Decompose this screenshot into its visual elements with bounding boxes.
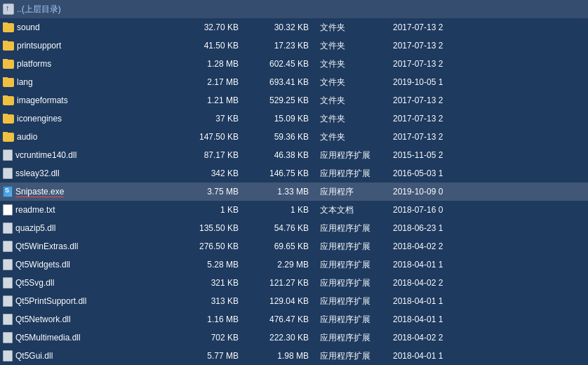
file-row[interactable]: Qt5PrintSupport.dll 313 KB 129.04 KB 应用程… (0, 292, 588, 310)
col-size: 32.70 KB (177, 22, 247, 32)
folder-icon (3, 23, 14, 32)
folder-icon (3, 133, 14, 142)
col-type: 文件夹 (317, 77, 387, 88)
col-size2: 46.38 KB (247, 150, 317, 160)
col-name: iconengines (3, 114, 177, 124)
col-name: sound (3, 22, 177, 32)
col-type: 应用程序扩展 (317, 277, 387, 289)
file-row[interactable]: Qt5Svg.dll 321 KB 121.27 KB 应用程序扩展 2018-… (0, 274, 588, 292)
col-name: Qt5Gui.dll (3, 350, 177, 361)
col-size: 135.50 KB (177, 223, 247, 233)
col-size2: 17.23 KB (247, 41, 317, 51)
col-date: 2017-07-13 2 (387, 22, 585, 32)
col-date: 2019-10-05 1 (387, 77, 585, 87)
col-type: 文件夹 (317, 22, 387, 34)
col-size2: 69.65 KB (247, 241, 317, 251)
file-row[interactable]: Qt5Network.dll 1.16 MB 476.47 KB 应用程序扩展 … (0, 310, 588, 328)
file-row[interactable]: ssleay32.dll 342 KB 146.75 KB 应用程序扩展 201… (0, 164, 588, 182)
col-name: Snipaste.exe (3, 186, 177, 197)
col-size: 276.50 KB (177, 241, 247, 251)
col-size2: 30.32 KB (247, 22, 317, 32)
file-row[interactable]: platforms 1.28 MB 602.45 KB 文件夹 2017-07-… (0, 55, 588, 73)
dll-icon (3, 296, 13, 307)
txt-icon (3, 204, 13, 215)
file-name: platforms (17, 59, 51, 69)
col-size: 1.21 MB (177, 95, 247, 105)
col-type: 文件夹 (317, 58, 387, 70)
dll-icon (3, 259, 13, 270)
col-date: 2018-04-01 1 (387, 314, 585, 324)
col-type: 文件夹 (317, 113, 387, 125)
file-name: sound (17, 22, 40, 32)
folder-icon (3, 96, 14, 105)
col-date: 2018-04-01 1 (387, 260, 585, 270)
file-row[interactable]: readme.txt 1 KB 1 KB 文本文档 2018-07-16 0 (0, 201, 588, 219)
col-size2: 602.45 KB (247, 59, 317, 69)
col-size: 313 KB (177, 296, 247, 306)
col-size2: 54.76 KB (247, 223, 317, 233)
col-size2: 121.27 KB (247, 278, 317, 288)
col-size: 37 KB (177, 114, 247, 124)
col-name: ..(上层目录) (3, 4, 177, 15)
col-size: 702 KB (177, 333, 247, 343)
file-name: iconengines (17, 114, 62, 124)
dll-icon (3, 332, 13, 343)
file-row[interactable]: ..(上层目录) (0, 0, 588, 18)
col-type: 文件夹 (317, 95, 387, 107)
col-size: 147.50 KB (177, 132, 247, 142)
file-row[interactable]: Snipaste.exe 3.75 MB 1.33 MB 应用程序 2019-1… (0, 182, 588, 201)
col-type: 应用程序扩展 (317, 241, 387, 253)
col-type: 文件夹 (317, 131, 387, 143)
col-type: 应用程序扩展 (317, 296, 387, 307)
dll-icon (3, 350, 13, 361)
col-date: 2018-04-01 1 (387, 296, 585, 306)
file-row[interactable]: audio 147.50 KB 59.36 KB 文件夹 2017-07-13 … (0, 128, 588, 146)
file-row[interactable]: printsupport 41.50 KB 17.23 KB 文件夹 2017-… (0, 36, 588, 55)
col-date: 2018-06-23 1 (387, 223, 585, 233)
col-size: 5.28 MB (177, 260, 247, 270)
file-name: lang (17, 77, 33, 87)
file-name: ssleay32.dll (15, 168, 60, 178)
file-row[interactable]: vcruntime140.dll 87.17 KB 46.38 KB 应用程序扩… (0, 146, 588, 164)
col-size: 1.28 MB (177, 59, 247, 69)
col-date: 2015-11-05 2 (387, 150, 585, 160)
file-row[interactable]: sound 32.70 KB 30.32 KB 文件夹 2017-07-13 2 (0, 18, 588, 36)
col-name: vcruntime140.dll (3, 150, 177, 161)
col-type: 应用程序扩展 (317, 223, 387, 234)
col-name: Qt5Svg.dll (3, 277, 177, 288)
folder-icon (3, 60, 14, 69)
file-name: Qt5Gui.dll (15, 351, 53, 361)
col-name: Qt5Network.dll (3, 314, 177, 325)
col-size2: 2.29 MB (247, 260, 317, 270)
file-row[interactable]: lang 2.17 MB 693.41 KB 文件夹 2019-10-05 1 (0, 73, 588, 91)
col-date: 2018-04-02 2 (387, 333, 585, 343)
file-row[interactable]: iconengines 37 KB 15.09 KB 文件夹 2017-07-1… (0, 109, 588, 128)
col-size2: 693.41 KB (247, 77, 317, 87)
col-size2: 146.75 KB (247, 168, 317, 178)
col-size2: 1.33 MB (247, 187, 317, 197)
col-size2: 476.47 KB (247, 314, 317, 324)
file-row[interactable]: quazip5.dll 135.50 KB 54.76 KB 应用程序扩展 20… (0, 219, 588, 237)
col-size: 87.17 KB (177, 150, 247, 160)
col-size: 41.50 KB (177, 41, 247, 51)
file-row[interactable]: Qt5Gui.dll 5.77 MB 1.98 MB 应用程序扩展 2018-0… (0, 347, 588, 365)
file-name: imageformats (17, 95, 68, 105)
col-date: 2017-07-13 2 (387, 95, 585, 105)
file-row[interactable]: imageformats 1.21 MB 529.25 KB 文件夹 2017-… (0, 91, 588, 109)
col-size: 1 KB (177, 205, 247, 215)
file-row[interactable]: Qt5WinExtras.dll 276.50 KB 69.65 KB 应用程序… (0, 237, 588, 255)
col-size2: 1.98 MB (247, 351, 317, 361)
dll-icon (3, 277, 13, 288)
file-row[interactable]: Qt5Multimedia.dll 702 KB 222.30 KB 应用程序扩… (0, 328, 588, 347)
col-name: ssleay32.dll (3, 168, 177, 179)
col-name: lang (3, 77, 177, 87)
col-type: 应用程序扩展 (317, 350, 387, 362)
col-type: 应用程序扩展 (317, 150, 387, 161)
file-name: Snipaste.exe (15, 187, 64, 197)
col-name: Qt5PrintSupport.dll (3, 296, 177, 307)
file-name: printsupport (17, 41, 61, 51)
file-row[interactable]: Qt5Widgets.dll 5.28 MB 2.29 MB 应用程序扩展 20… (0, 255, 588, 274)
file-name: Qt5PrintSupport.dll (15, 296, 86, 306)
up-icon (3, 4, 14, 15)
col-date: 2018-04-01 1 (387, 351, 585, 361)
